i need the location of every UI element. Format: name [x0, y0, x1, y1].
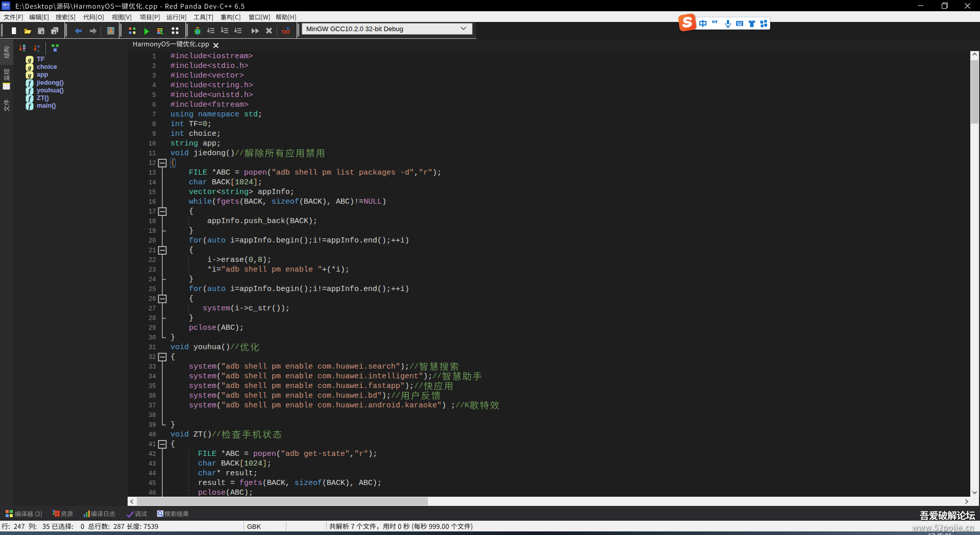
- svg-text:g: g: [28, 56, 32, 63]
- svg-text:g: g: [28, 71, 32, 79]
- svg-text:DEV: DEV: [3, 3, 10, 6]
- svg-text:g: g: [28, 63, 32, 71]
- svg-text:z: z: [37, 48, 40, 53]
